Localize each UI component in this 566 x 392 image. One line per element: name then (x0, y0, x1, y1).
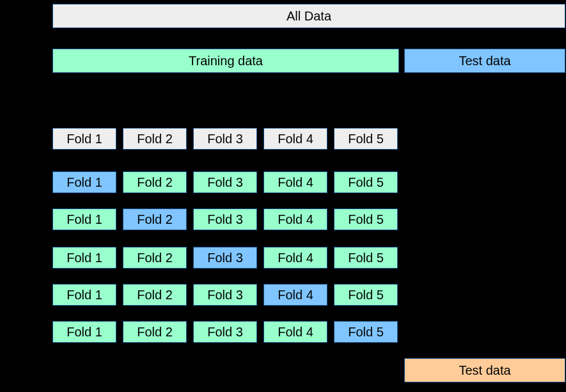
fold-cell: Fold 5 (334, 171, 398, 193)
test-data-top-box: Test data (404, 49, 565, 73)
fold-cell: Fold 4 (263, 321, 327, 343)
fold-cell: Fold 3 (193, 128, 257, 150)
fold-cell: Fold 3 (193, 247, 257, 269)
fold-cell: Fold 2 (123, 171, 187, 193)
fold-cell: Fold 1 (52, 284, 116, 306)
fold-cell: Fold 4 (263, 284, 327, 306)
fold-cell: Fold 4 (263, 128, 327, 150)
fold-cell: Fold 4 (263, 247, 327, 269)
fold-cell: Fold 1 (52, 321, 116, 343)
fold-cell: Fold 5 (334, 208, 398, 230)
fold-cell: Fold 2 (123, 284, 187, 306)
fold-cell: Fold 2 (123, 247, 187, 269)
fold-cell: Fold 2 (123, 208, 187, 230)
fold-cell: Fold 2 (123, 128, 187, 150)
fold-cell: Fold 1 (52, 171, 116, 193)
fold-cell: Fold 5 (334, 247, 398, 269)
fold-cell: Fold 2 (123, 321, 187, 343)
fold-cell: Fold 4 (263, 171, 327, 193)
fold-cell: Fold 1 (52, 208, 116, 230)
fold-cell: Fold 3 (193, 321, 257, 343)
training-data-box: Training data (52, 49, 399, 73)
fold-cell: Fold 1 (52, 247, 116, 269)
fold-cell: Fold 4 (263, 208, 327, 230)
fold-cell: Fold 3 (193, 284, 257, 306)
fold-cell: Fold 3 (193, 171, 257, 193)
fold-cell: Fold 5 (334, 284, 398, 306)
fold-cell: Fold 3 (193, 208, 257, 230)
fold-cell: Fold 1 (52, 128, 116, 150)
fold-cell: Fold 5 (334, 128, 398, 150)
fold-cell: Fold 5 (334, 321, 398, 343)
test-data-bottom-box: Test data (404, 358, 565, 382)
all-data-box: All Data (52, 4, 565, 28)
